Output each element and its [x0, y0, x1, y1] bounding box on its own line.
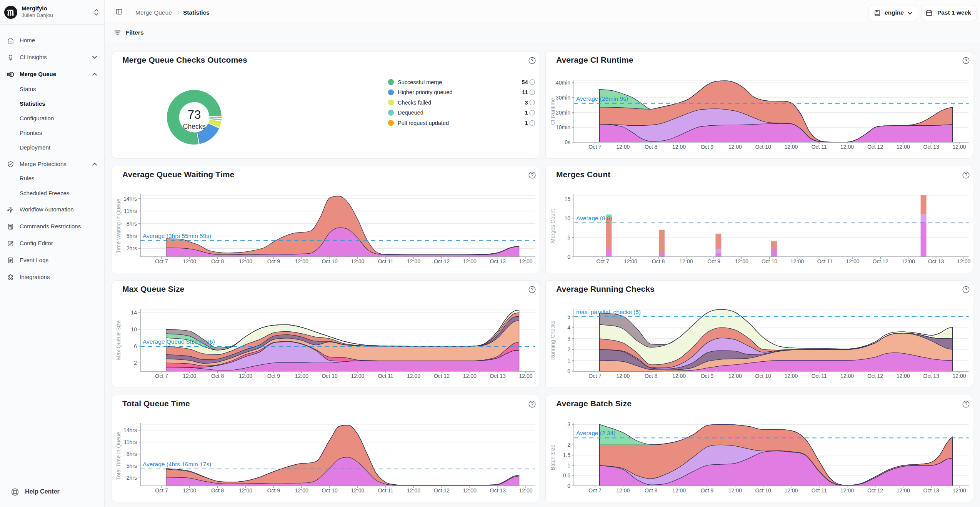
- svg-text:12:00: 12:00: [840, 487, 854, 494]
- svg-text:Oct 9: Oct 9: [707, 258, 720, 264]
- svg-text:14: 14: [131, 309, 137, 316]
- svg-text:12:00: 12:00: [616, 487, 630, 494]
- svg-text:Average (3hrs 55min 59s): Average (3hrs 55min 59s): [143, 233, 211, 239]
- svg-text:12:00: 12:00: [679, 258, 693, 264]
- svg-text:8hrs: 8hrs: [127, 451, 137, 457]
- svg-text:Oct 12: Oct 12: [867, 373, 883, 379]
- svg-text:Oct 11: Oct 11: [378, 373, 393, 379]
- svg-text:12:00: 12:00: [351, 373, 364, 379]
- svg-text:12:00: 12:00: [624, 258, 637, 264]
- svg-text:Average (4hrs 16min 17s): Average (4hrs 16min 17s): [143, 461, 211, 467]
- svg-text:Oct 8: Oct 8: [645, 487, 658, 494]
- svg-text:Oct 10: Oct 10: [322, 487, 337, 494]
- svg-text:Oct 7: Oct 7: [588, 487, 602, 494]
- svg-text:Oct 13: Oct 13: [923, 487, 939, 494]
- svg-text:12:00: 12:00: [902, 258, 915, 264]
- svg-text:Oct 7: Oct 7: [155, 258, 168, 264]
- svg-text:11hrs: 11hrs: [124, 208, 137, 214]
- svg-text:12:00: 12:00: [952, 144, 966, 150]
- svg-text:12:00: 12:00: [183, 487, 196, 494]
- svg-text:12:00: 12:00: [728, 373, 742, 379]
- svg-text:12:00: 12:00: [407, 373, 420, 379]
- svg-text:12:00: 12:00: [407, 258, 420, 264]
- svg-text:11hrs: 11hrs: [124, 439, 137, 445]
- svg-text:5: 5: [567, 234, 570, 241]
- svg-text:Oct 9: Oct 9: [701, 144, 714, 150]
- svg-text:5: 5: [567, 314, 570, 320]
- svg-text:Oct 8: Oct 8: [645, 373, 658, 379]
- svg-text:Oct 9: Oct 9: [701, 487, 714, 494]
- svg-text:12:00: 12:00: [351, 487, 364, 494]
- svg-text:4: 4: [567, 324, 570, 331]
- svg-text:1: 1: [567, 462, 570, 469]
- svg-text:12:00: 12:00: [239, 258, 252, 264]
- svg-text:12:00: 12:00: [463, 487, 477, 494]
- svg-text:Oct 11: Oct 11: [812, 487, 827, 494]
- svg-text:Oct 7: Oct 7: [588, 144, 602, 150]
- svg-text:12:00: 12:00: [295, 487, 308, 494]
- svg-text:Oct 12: Oct 12: [867, 487, 883, 494]
- svg-text:0: 0: [567, 254, 570, 260]
- svg-text:Oct 7: Oct 7: [596, 258, 609, 264]
- svg-text:2: 2: [134, 360, 137, 366]
- svg-text:Oct 9: Oct 9: [267, 258, 280, 264]
- svg-text:73: 73: [188, 108, 201, 121]
- svg-text:12:00: 12:00: [519, 258, 532, 264]
- svg-text:10: 10: [564, 215, 570, 221]
- svg-text:12:00: 12:00: [183, 258, 196, 264]
- svg-text:Oct 11: Oct 11: [378, 487, 393, 494]
- svg-text:Oct 13: Oct 13: [923, 144, 939, 150]
- svg-text:0: 0: [567, 368, 570, 374]
- svg-text:2hrs: 2hrs: [127, 245, 137, 251]
- svg-text:12:00: 12:00: [846, 258, 859, 264]
- svg-text:12:00: 12:00: [183, 373, 196, 379]
- svg-text:Oct 8: Oct 8: [652, 258, 665, 264]
- svg-text:Oct 12: Oct 12: [867, 144, 883, 150]
- svg-text:12:00: 12:00: [952, 487, 966, 494]
- svg-text:Running Checks: Running Checks: [551, 321, 556, 360]
- svg-text:Average (26min 9s): Average (26min 9s): [576, 95, 628, 102]
- svg-text:2: 2: [567, 346, 570, 352]
- svg-text:12:00: 12:00: [735, 258, 748, 264]
- svg-text:Oct 13: Oct 13: [490, 487, 506, 494]
- svg-text:8hrs: 8hrs: [127, 221, 137, 227]
- svg-text:Total Time in Queue: Total Time in Queue: [117, 432, 122, 480]
- svg-text:Merges Count: Merges Count: [551, 209, 556, 243]
- svg-text:2: 2: [567, 442, 570, 448]
- svg-text:Oct 13: Oct 13: [490, 258, 506, 264]
- svg-text:0s: 0s: [565, 139, 570, 145]
- svg-text:i: i: [532, 90, 533, 94]
- svg-text:12:00: 12:00: [463, 258, 477, 264]
- svg-text:Oct 8: Oct 8: [211, 487, 224, 494]
- svg-text:Oct 9: Oct 9: [267, 487, 280, 494]
- svg-text:12:00: 12:00: [784, 373, 798, 379]
- svg-text:0: 0: [567, 483, 570, 489]
- svg-text:Successful merge: Successful merge: [398, 79, 442, 85]
- svg-text:14hrs: 14hrs: [123, 427, 137, 433]
- svg-text:1.5: 1.5: [563, 452, 571, 458]
- svg-text:12:00: 12:00: [728, 487, 742, 494]
- svg-text:14hrs: 14hrs: [123, 196, 137, 202]
- svg-text:Oct 10: Oct 10: [755, 144, 771, 150]
- svg-text:Oct 11: Oct 11: [378, 258, 393, 264]
- svg-text:Time Waiting in Queue: Time Waiting in Queue: [117, 199, 122, 253]
- svg-text:12:00: 12:00: [784, 144, 798, 150]
- svg-text:6: 6: [134, 343, 137, 349]
- svg-text:Oct 9: Oct 9: [267, 373, 280, 379]
- svg-text:12:00: 12:00: [672, 373, 686, 379]
- svg-text:Oct 13: Oct 13: [490, 373, 506, 379]
- svg-text:11: 11: [522, 89, 528, 95]
- svg-text:i: i: [532, 80, 533, 84]
- svg-text:12:00: 12:00: [840, 144, 854, 150]
- svg-text:12:00: 12:00: [784, 487, 798, 494]
- svg-text:3: 3: [567, 336, 570, 342]
- svg-text:Average (2.34): Average (2.34): [576, 430, 615, 436]
- svg-text:12:00: 12:00: [897, 487, 910, 494]
- svg-text:Oct 10: Oct 10: [755, 373, 771, 379]
- svg-text:0.5: 0.5: [563, 472, 571, 479]
- svg-text:12:00: 12:00: [616, 144, 630, 150]
- svg-text:1: 1: [567, 357, 570, 364]
- svg-text:3: 3: [525, 100, 528, 106]
- svg-text:CI Runtime: CI Runtime: [551, 98, 556, 125]
- svg-text:i: i: [532, 101, 533, 105]
